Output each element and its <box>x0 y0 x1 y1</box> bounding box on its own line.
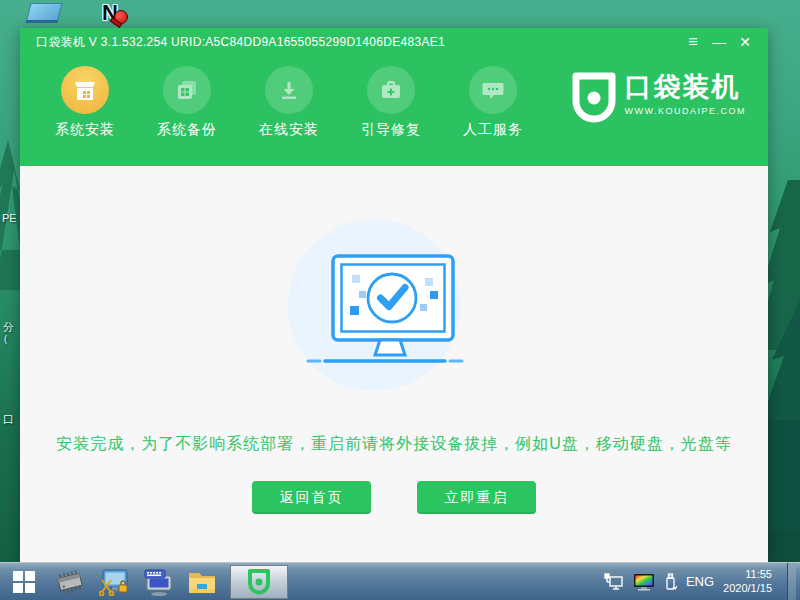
success-illustration <box>264 216 524 396</box>
display-settings-tray-icon[interactable] <box>633 573 655 591</box>
language-indicator[interactable]: ENG <box>686 574 714 589</box>
nav-label: 系统安装 <box>55 121 115 139</box>
taskbar-item-onscreen-keyboard[interactable] <box>136 565 180 599</box>
brand-name: 口袋装机 <box>625 72 747 102</box>
nav-item-system-backup[interactable]: 系统备份 <box>136 66 238 166</box>
nav-item-human-service[interactable]: 人工服务 <box>442 66 544 166</box>
completion-message: 安装完成，为了不影响系统部署，重启前请将外接设备拔掉，例如U盘，移动硬盘，光盘等 <box>56 434 732 455</box>
system-tray: ENG 11:55 2020/1/15 <box>604 563 800 600</box>
cpu-chip-icon <box>56 570 84 594</box>
close-icon[interactable]: ✕ <box>732 31 758 53</box>
nav-item-boot-repair[interactable]: 引导修复 <box>340 66 442 166</box>
reboot-now-button[interactable]: 立即重启 <box>417 481 536 514</box>
minimize-icon[interactable]: — <box>706 31 732 53</box>
clock-time: 11:55 <box>723 568 772 582</box>
display-icon <box>26 3 63 23</box>
partial-desktop-label-fen: 分 <box>3 320 14 335</box>
app-window: 口袋装机 V 3.1.532.254 URID:A5C84DD9A1655055… <box>20 28 768 562</box>
taskbar-item-koudai-app-active[interactable] <box>230 565 288 599</box>
desktop-icon-password-tool[interactable]: N <box>102 2 118 24</box>
start-button[interactable] <box>0 565 48 599</box>
taskbar-item-cpu-tool[interactable] <box>48 565 92 599</box>
desktop-icon-display[interactable] <box>28 3 60 23</box>
partial-desktop-label-paren: ( <box>4 334 7 344</box>
nav-label: 人工服务 <box>463 121 523 139</box>
nav-bar: 系统安装 系统备份 在线安装 <box>20 56 768 166</box>
brand-site-url: WWW.KOUDAIPE.COM <box>625 106 747 116</box>
window-title: 口袋装机 V 3.1.532.254 URID:A5C84DD9A1655055… <box>36 34 680 51</box>
usb-device-tray-icon[interactable] <box>664 572 677 591</box>
taskbar-item-file-explorer[interactable] <box>180 565 224 599</box>
nav-item-system-install[interactable]: 系统安装 <box>34 66 136 166</box>
show-desktop-button[interactable] <box>787 563 796 600</box>
toolbox-repair-icon <box>367 66 415 114</box>
chat-bubble-icon <box>469 66 517 114</box>
nav-label: 系统备份 <box>157 121 217 139</box>
green-shield-icon <box>247 569 271 595</box>
backup-copies-icon <box>163 66 211 114</box>
keyboard-monitor-icon <box>143 568 173 596</box>
brand-logo: 口袋装机 WWW.KOUDAIPE.COM <box>571 72 747 124</box>
shield-logo-icon <box>571 72 617 124</box>
menu-icon[interactable]: ≡ <box>680 31 706 53</box>
monitor-check-icon <box>264 216 524 396</box>
taskbar-item-display-lock-tool[interactable] <box>92 565 136 599</box>
nav-label: 引导修复 <box>361 121 421 139</box>
download-icon <box>265 66 313 114</box>
desktop: N PE 分 ( 口 口袋装机 V 3.1.532.254 URID:A5C84… <box>0 0 800 600</box>
title-bar: 口袋装机 V 3.1.532.254 URID:A5C84DD9A1655055… <box>20 28 768 56</box>
folder-icon <box>187 569 217 595</box>
main-content: 安装完成，为了不影响系统部署，重启前请将外接设备拔掉，例如U盘，移动硬盘，光盘等… <box>20 166 768 562</box>
nav-item-online-install[interactable]: 在线安装 <box>238 66 340 166</box>
partial-desktop-label-kou: 口 <box>3 412 14 427</box>
action-buttons: 返回首页 立即重启 <box>252 481 536 514</box>
windows-logo-icon <box>13 571 35 593</box>
clock-date: 2020/1/15 <box>723 582 772 596</box>
partial-desktop-label-pe: PE <box>2 212 17 224</box>
monitor-scissors-icon <box>99 568 129 596</box>
nav-label: 在线安装 <box>259 121 319 139</box>
taskbar: ENG 11:55 2020/1/15 <box>0 562 800 600</box>
network-tray-icon[interactable] <box>604 573 624 591</box>
clock[interactable]: 11:55 2020/1/15 <box>723 568 778 596</box>
install-box-icon <box>61 66 109 114</box>
return-home-button[interactable]: 返回首页 <box>252 481 371 514</box>
